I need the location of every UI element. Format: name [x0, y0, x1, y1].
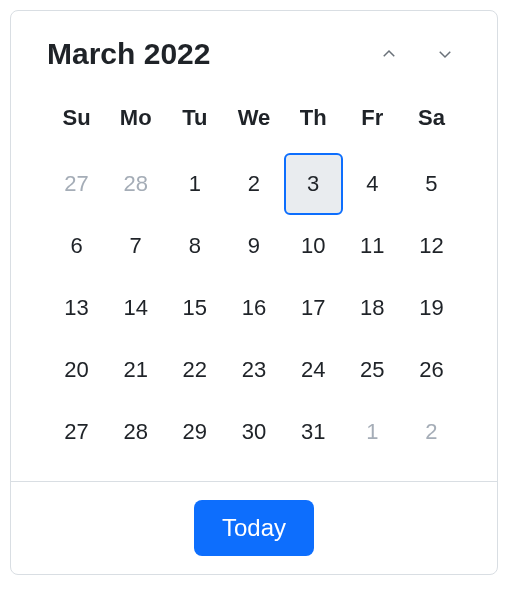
- today-button[interactable]: Today: [194, 500, 314, 556]
- day-cell[interactable]: 11: [343, 215, 402, 277]
- day-cell[interactable]: 21: [106, 339, 165, 401]
- calendar-header: March 2022: [47, 29, 461, 75]
- day-cell[interactable]: 13: [47, 277, 106, 339]
- day-cell[interactable]: 27: [47, 401, 106, 463]
- calendar-footer: Today: [11, 481, 497, 574]
- day-cell[interactable]: 28: [106, 401, 165, 463]
- day-cell[interactable]: 5: [402, 153, 461, 215]
- weekday-label: Tu: [165, 95, 224, 145]
- day-cell[interactable]: 18: [343, 277, 402, 339]
- nav-buttons: [373, 38, 461, 70]
- weekday-row: Su Mo Tu We Th Fr Sa: [47, 95, 461, 145]
- day-cell[interactable]: 10: [284, 215, 343, 277]
- day-cell[interactable]: 2: [224, 153, 283, 215]
- day-cell[interactable]: 3: [284, 153, 343, 215]
- day-cell[interactable]: 23: [224, 339, 283, 401]
- day-cell[interactable]: 28: [106, 153, 165, 215]
- prev-month-button[interactable]: [373, 38, 405, 70]
- day-cell[interactable]: 24: [284, 339, 343, 401]
- days-grid: 2728123456789101112131415161718192021222…: [47, 153, 461, 463]
- day-cell[interactable]: 19: [402, 277, 461, 339]
- day-cell[interactable]: 12: [402, 215, 461, 277]
- day-cell[interactable]: 9: [224, 215, 283, 277]
- weekday-label: Su: [47, 95, 106, 145]
- chevron-down-icon: [436, 45, 454, 63]
- day-cell[interactable]: 20: [47, 339, 106, 401]
- day-cell[interactable]: 1: [165, 153, 224, 215]
- weekday-label: Th: [284, 95, 343, 145]
- day-cell[interactable]: 30: [224, 401, 283, 463]
- day-cell[interactable]: 31: [284, 401, 343, 463]
- day-cell[interactable]: 22: [165, 339, 224, 401]
- day-cell[interactable]: 17: [284, 277, 343, 339]
- day-cell[interactable]: 27: [47, 153, 106, 215]
- day-cell[interactable]: 25: [343, 339, 402, 401]
- day-cell[interactable]: 4: [343, 153, 402, 215]
- day-cell[interactable]: 26: [402, 339, 461, 401]
- day-cell[interactable]: 16: [224, 277, 283, 339]
- day-cell[interactable]: 14: [106, 277, 165, 339]
- weekday-label: We: [224, 95, 283, 145]
- calendar-body: March 2022 Su Mo Tu We Th Fr: [11, 11, 497, 481]
- month-title[interactable]: March 2022: [47, 37, 210, 71]
- day-cell[interactable]: 8: [165, 215, 224, 277]
- weekday-label: Sa: [402, 95, 461, 145]
- day-cell[interactable]: 1: [343, 401, 402, 463]
- day-cell[interactable]: 2: [402, 401, 461, 463]
- day-cell[interactable]: 29: [165, 401, 224, 463]
- day-cell[interactable]: 15: [165, 277, 224, 339]
- next-month-button[interactable]: [429, 38, 461, 70]
- weekday-label: Fr: [343, 95, 402, 145]
- weekday-label: Mo: [106, 95, 165, 145]
- day-cell[interactable]: 7: [106, 215, 165, 277]
- day-cell[interactable]: 6: [47, 215, 106, 277]
- chevron-up-icon: [380, 45, 398, 63]
- calendar: March 2022 Su Mo Tu We Th Fr: [10, 10, 498, 575]
